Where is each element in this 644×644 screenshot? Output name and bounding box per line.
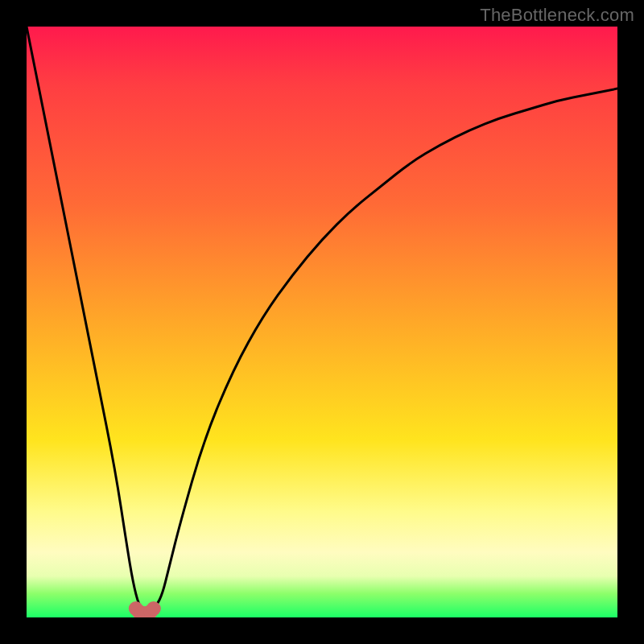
- watermark-text: TheBottleneck.com: [480, 5, 634, 26]
- curve-svg: [27, 27, 617, 617]
- valley-marker-group: [129, 601, 161, 617]
- plot-area: [27, 27, 617, 617]
- chart-frame: TheBottleneck.com: [0, 0, 644, 644]
- valley-marker-dot: [147, 601, 161, 616]
- bottleneck-curve-path: [27, 27, 617, 612]
